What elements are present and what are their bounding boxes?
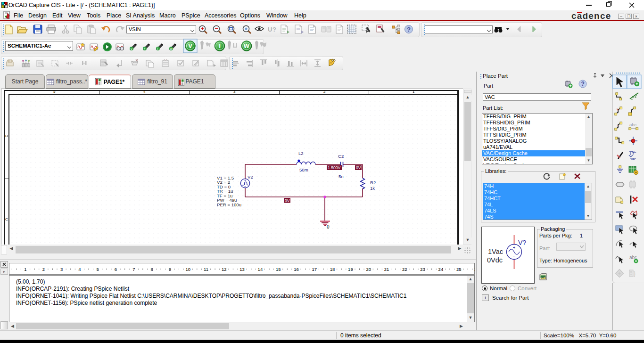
svg-text:25: 25 bbox=[456, 267, 462, 272]
svg-text:abc: abc bbox=[629, 122, 637, 127]
svg-text:C2: C2 bbox=[338, 154, 344, 159]
svg-text:?: ? bbox=[272, 26, 276, 33]
svg-text:18: 18 bbox=[330, 267, 335, 272]
svg-text:5n: 5n bbox=[339, 174, 344, 179]
svg-text:21: 21 bbox=[384, 267, 389, 272]
svg-text:0: 0 bbox=[327, 224, 330, 229]
svg-text:W: W bbox=[244, 42, 250, 49]
svg-text:13: 13 bbox=[239, 267, 245, 272]
svg-text:R2: R2 bbox=[370, 180, 376, 185]
svg-text:22: 22 bbox=[402, 267, 407, 272]
svg-text:V2: V2 bbox=[248, 174, 253, 180]
svg-text:?: ? bbox=[581, 81, 585, 87]
svg-text:19: 19 bbox=[348, 267, 353, 272]
svg-text:2: 2 bbox=[42, 267, 45, 272]
svg-text:8: 8 bbox=[150, 267, 153, 272]
svg-text:V: V bbox=[188, 42, 192, 49]
svg-text:20: 20 bbox=[366, 267, 371, 272]
svg-text:0V: 0V bbox=[356, 165, 361, 170]
svg-text:U: U bbox=[268, 26, 272, 33]
svg-text:7: 7 bbox=[132, 267, 135, 272]
svg-text:26: 26 bbox=[474, 267, 475, 272]
svg-text:50m: 50m bbox=[299, 167, 308, 172]
svg-text:1k: 1k bbox=[370, 186, 375, 191]
svg-text:11: 11 bbox=[204, 267, 208, 272]
svg-text:12: 12 bbox=[222, 267, 227, 272]
svg-text:6: 6 bbox=[115, 267, 117, 272]
svg-text:**: ** bbox=[634, 151, 636, 155]
svg-text:V?: V? bbox=[518, 239, 526, 246]
svg-text:1: 1 bbox=[24, 267, 26, 272]
svg-text:+: + bbox=[144, 47, 146, 50]
svg-text:I: I bbox=[157, 47, 158, 50]
svg-text:16: 16 bbox=[294, 267, 299, 272]
svg-text:PER = 100u: PER = 100u bbox=[217, 202, 241, 207]
svg-text:4: 4 bbox=[78, 267, 81, 272]
svg-text:14: 14 bbox=[258, 267, 263, 272]
svg-text:5: 5 bbox=[97, 267, 99, 272]
svg-text:24: 24 bbox=[438, 267, 444, 272]
svg-text:?: ? bbox=[407, 26, 411, 33]
svg-text:1.500V: 1.500V bbox=[328, 165, 341, 170]
svg-text:L2: L2 bbox=[298, 151, 304, 156]
svg-text:v: v bbox=[131, 47, 132, 50]
svg-text:0Vdc: 0Vdc bbox=[487, 256, 503, 264]
svg-text:I: I bbox=[219, 42, 221, 49]
svg-text:0V: 0V bbox=[285, 198, 290, 203]
svg-text:1Vac: 1Vac bbox=[488, 248, 503, 255]
svg-text:}: } bbox=[634, 270, 636, 277]
svg-text:23: 23 bbox=[420, 267, 425, 272]
svg-text:10: 10 bbox=[185, 267, 190, 272]
svg-text:3: 3 bbox=[60, 267, 63, 272]
svg-text:9: 9 bbox=[169, 267, 171, 272]
svg-text:17: 17 bbox=[312, 267, 317, 272]
svg-text:w: w bbox=[170, 47, 173, 50]
svg-text:15: 15 bbox=[276, 267, 281, 272]
